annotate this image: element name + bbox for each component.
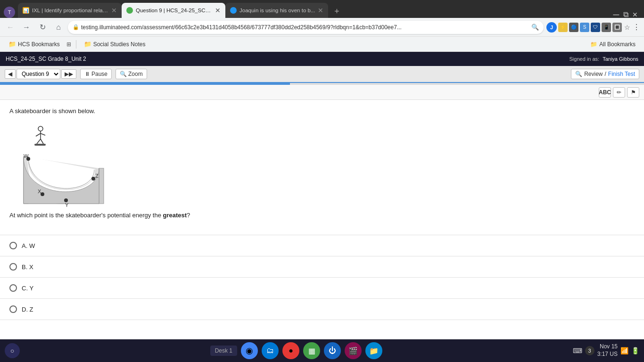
apps-icon: ⊞ <box>66 41 71 48</box>
back-button[interactable]: ← <box>4 21 17 34</box>
clock: Nov 15 3:17 US <box>597 343 618 358</box>
forward-button[interactable]: → <box>20 21 33 34</box>
app5-icon[interactable]: ⏻ <box>324 342 341 359</box>
signed-in-text: Signed in as: Taniya Gibbons <box>570 56 639 62</box>
svg-line-5 <box>41 139 43 144</box>
zoom-button[interactable]: 🔍 Zoom <box>116 69 147 79</box>
url-text: testing.illuminateed.com/assessment/66c6… <box>81 24 531 31</box>
ext-icon-6[interactable]: 🔳 <box>612 23 622 32</box>
svg-line-2 <box>36 133 41 136</box>
tab-joaquin[interactable]: Joaquin is using his oven to b... ✕ <box>225 3 328 18</box>
files-symbol: 🗂 <box>266 346 274 355</box>
profile-circle[interactable]: T <box>4 7 15 18</box>
notification-badge[interactable]: 3 <box>585 346 594 355</box>
bookmarks-bar: 📁 HCS Bookmarks ⊞ 📁 Social Studies Notes… <box>0 37 644 52</box>
radio-a[interactable] <box>9 242 17 249</box>
tab-assessment[interactable]: Question 9 | HCS_24-25_SC Gr... ✕ <box>122 3 225 18</box>
ext-icon-2[interactable]: 🔵 <box>569 23 578 32</box>
new-tab-button[interactable]: + <box>330 5 343 18</box>
wifi-icon[interactable]: 📶 <box>620 347 628 354</box>
apps-button[interactable]: ⊞ <box>66 41 71 48</box>
tab-close-ixl[interactable]: ✕ <box>111 7 117 14</box>
restore-button[interactable]: ⧉ <box>622 11 629 18</box>
tab-title-ixl: IXL | Identify proportional relati... <box>32 8 108 13</box>
finish-test-label: Finish Test <box>608 71 635 77</box>
radio-c[interactable] <box>9 284 17 292</box>
pause-button[interactable]: ⏸ Pause <box>80 69 112 79</box>
address-input[interactable]: 🔒 testing.illuminateed.com/assessment/66… <box>68 21 544 34</box>
choice-c[interactable]: C. Y <box>0 278 644 299</box>
svg-point-0 <box>38 126 43 131</box>
app7-icon[interactable]: 📁 <box>365 342 382 359</box>
prev-arrow[interactable]: ◀ <box>5 69 16 79</box>
next-arrow[interactable]: ▶▶ <box>61 69 76 79</box>
choice-d[interactable]: D. Z <box>0 299 644 320</box>
menu-button[interactable]: ⋮ <box>633 23 640 32</box>
bookmark-hcs[interactable]: 📁 HCS Bookmarks <box>6 39 63 49</box>
tab-title-joaquin: Joaquin is using his oven to b... <box>239 8 315 13</box>
app4-symbol: ▦ <box>308 346 315 355</box>
system-icon: ○ <box>10 347 14 354</box>
prev-button[interactable]: ◀ <box>5 69 16 79</box>
all-bookmarks-label: All Bookmarks <box>599 41 636 48</box>
flag-tool-button[interactable]: ⚑ <box>627 87 639 98</box>
taskbar-right: ⌨ 3 Nov 15 3:17 US 📶 🔋 <box>573 343 639 358</box>
tab-close-joaquin[interactable]: ✕ <box>318 7 323 14</box>
app6-icon[interactable]: 🎬 <box>345 342 362 359</box>
bookmark-hcs-label: HCS Bookmarks <box>18 41 60 48</box>
home-button[interactable]: ⌂ <box>52 21 65 34</box>
choice-a[interactable]: A. W <box>0 235 644 256</box>
ext-icon-4[interactable]: 🛡 <box>591 23 600 32</box>
bookmark-social-studies[interactable]: 📁 Social Studies Notes <box>81 39 149 49</box>
address-search-icon: 🔍 <box>531 24 539 31</box>
bookmark-star-icon[interactable]: ☆ <box>624 24 630 31</box>
skip-button[interactable]: ▶▶ <box>61 69 76 79</box>
answer-choices: A. W B. X C. Y D. Z <box>0 235 644 320</box>
all-bookmarks[interactable]: 📁 All Bookmarks <box>587 40 638 49</box>
reload-button[interactable]: ↻ <box>36 21 49 34</box>
tab-title-assessment: Question 9 | HCS_24-25_SC Gr... <box>136 8 212 13</box>
radio-d[interactable] <box>9 305 17 313</box>
question-nav: ◀ Question 9 ▶▶ <box>5 69 76 79</box>
label-w: W <box>24 153 29 159</box>
skateboarder <box>34 126 46 146</box>
tab-ixl[interactable]: 📊 IXL | Identify proportional relati... … <box>18 3 122 18</box>
tab-bar: T 📊 IXL | Identify proportional relati..… <box>0 0 644 18</box>
battery-icon[interactable]: 🔋 <box>631 347 639 354</box>
question-area: ABC ✏ ⚑ A skateboarder is shown below. <box>0 85 644 339</box>
text-tool-button[interactable]: ABC <box>599 87 611 98</box>
ext-icon-5[interactable]: 📱 <box>602 23 611 32</box>
choice-b[interactable]: B. X <box>0 256 644 278</box>
label-z: Z <box>95 173 99 179</box>
app3-symbol: ● <box>289 346 293 355</box>
ext-icon-1[interactable]: ⚡ <box>558 23 568 32</box>
keyboard-icon[interactable]: ⌨ <box>573 347 582 354</box>
close-button[interactable]: ✕ <box>632 11 638 18</box>
svg-line-3 <box>41 133 45 135</box>
pen-tool-button[interactable]: ✏ <box>613 87 625 98</box>
app4-icon[interactable]: ▦ <box>303 342 320 359</box>
bookmark-social-label: Social Studies Notes <box>93 41 146 48</box>
chrome-icon[interactable]: ◉ <box>241 342 258 359</box>
desk-button[interactable]: Desk 1 <box>210 346 237 356</box>
assessment-header: HCS_24-25_SC Grade 8_Unit 2 Signed in as… <box>0 52 644 66</box>
choice-c-label: C. Y <box>22 285 33 292</box>
toolbar-strip: ABC ✏ ⚑ <box>0 85 644 100</box>
zoom-icon: 🔍 <box>120 71 127 77</box>
review-finish-button[interactable]: 🔍 Review / Finish Test <box>571 69 639 79</box>
choice-d-label: D. Z <box>22 306 33 313</box>
radio-b[interactable] <box>9 263 17 271</box>
chrome-symbol: ◉ <box>246 346 253 356</box>
app3-icon[interactable]: ● <box>282 342 299 359</box>
point-y <box>64 198 68 202</box>
taskbar: ○ Desk 1 ◉ 🗂 ● ▦ ⏻ 🎬 <box>0 339 644 362</box>
question-select[interactable]: Question 9 <box>17 69 60 79</box>
svg-rect-8 <box>99 168 104 204</box>
all-bookmarks-icon: 📁 <box>590 41 597 48</box>
files-icon[interactable]: 🗂 <box>262 342 279 359</box>
ext-icon-3[interactable]: S <box>580 23 589 32</box>
minimize-button[interactable]: ─ <box>613 11 619 18</box>
system-button[interactable]: ○ <box>5 343 20 358</box>
profile-button[interactable]: J <box>546 22 557 33</box>
tab-close-assessment[interactable]: ✕ <box>215 7 221 14</box>
